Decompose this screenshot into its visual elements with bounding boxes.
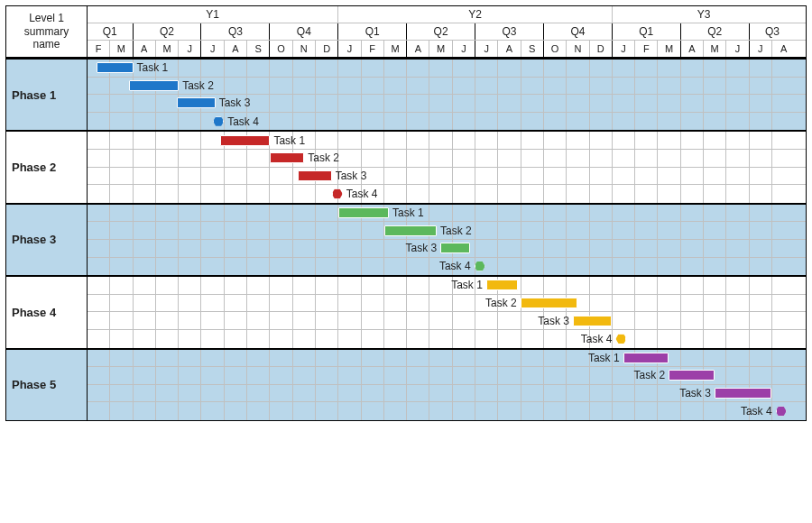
phase-body: Task 1Task 2Task 3Task 4 — [88, 203, 806, 275]
task-row: Task 2 — [88, 367, 806, 385]
month-header: A — [407, 41, 429, 57]
task-label: Task 1 — [137, 61, 169, 74]
task-bar: Task 1 — [97, 61, 168, 74]
task-label: Task 4 — [227, 115, 259, 128]
month-header: J — [179, 41, 201, 57]
milestone-icon — [332, 188, 343, 199]
month-header: F — [635, 41, 658, 57]
task-label: Task 2 — [182, 79, 214, 92]
milestone-icon — [776, 406, 787, 417]
quarter-header: Q2 — [407, 23, 475, 40]
task-label: Task 2 — [308, 151, 339, 164]
month-header: M — [156, 41, 179, 57]
month-header: J — [475, 41, 498, 57]
bar-fill — [270, 152, 304, 163]
year-header: Y3 — [613, 6, 795, 23]
milestone: Task 4 — [581, 333, 627, 345]
month-header: J — [453, 41, 475, 57]
month-header: O — [270, 41, 292, 57]
month-header-row: FMAMJJASONDJFMAMJJASONDJFMAMJJA — [88, 41, 806, 58]
task-bar: Task 3 — [679, 387, 771, 399]
month-header: S — [521, 41, 544, 57]
month-header: N — [293, 41, 316, 57]
task-row: Task 4 — [88, 330, 806, 348]
task-row: Task 1 — [88, 277, 806, 295]
quarter-header: Q3 — [201, 23, 270, 40]
phase-label: Phase 2 — [6, 130, 88, 202]
month-header: M — [704, 41, 726, 57]
task-bar: Task 2 — [634, 369, 715, 381]
phase-body: Task 1Task 2Task 3Task 4 — [88, 275, 806, 347]
bar-fill — [715, 388, 771, 399]
bar-fill — [97, 62, 133, 73]
task-label: Task 1 — [588, 352, 620, 364]
task-label: Task 2 — [485, 297, 517, 309]
month-header: F — [88, 41, 110, 57]
month-header: A — [681, 41, 704, 57]
bar-fill — [220, 135, 271, 146]
task-label: Task 4 — [581, 333, 613, 345]
month-header: D — [590, 41, 613, 57]
task-row: Task 2 — [88, 222, 806, 240]
month-header: M — [429, 41, 452, 57]
milestone: Task 4 — [332, 188, 378, 200]
month-header: A — [498, 41, 521, 57]
task-label: Task 1 — [451, 279, 483, 291]
task-bar: Task 2 — [384, 225, 472, 237]
task-label: Task 3 — [679, 387, 711, 399]
month-header: M — [110, 41, 133, 57]
bar-fill — [129, 80, 180, 91]
bar-fill — [623, 353, 669, 363]
month-header: F — [362, 41, 384, 57]
bar-fill — [440, 243, 470, 253]
quarter-header: Q1 — [613, 23, 681, 40]
month-header: J — [750, 41, 772, 57]
task-bar: Task 3 — [298, 170, 367, 182]
task-label: Task 1 — [273, 134, 305, 147]
month-header: O — [544, 41, 567, 57]
milestone: Task 4 — [213, 115, 259, 128]
task-bar: Task 1 — [338, 206, 423, 219]
bar-fill — [384, 225, 437, 236]
task-label: Task 2 — [440, 225, 472, 237]
month-header: J — [201, 41, 224, 57]
quarter-header: Q3 — [475, 23, 544, 40]
month-header: A — [225, 41, 247, 57]
quarter-header: Q2 — [134, 23, 202, 40]
quarter-header: Q4 — [270, 23, 338, 40]
task-row: Task 4 — [88, 258, 806, 276]
quarter-header: Q1 — [88, 23, 134, 40]
month-header: D — [316, 41, 338, 57]
task-row: Task 3 — [88, 95, 806, 113]
month-header: A — [772, 41, 795, 57]
task-row: Task 2 — [88, 78, 806, 96]
corner-header: Level 1 summary name — [6, 6, 88, 58]
year-header: Y1 — [88, 6, 338, 23]
phase-label: Phase 4 — [6, 275, 88, 347]
bar-fill — [573, 316, 612, 326]
task-label: Task 4 — [439, 260, 471, 272]
bar-fill — [521, 298, 577, 308]
task-row: Task 4 — [88, 113, 806, 131]
phase-label: Phase 3 — [6, 203, 88, 275]
phase-body: Task 1Task 2Task 3Task 4 — [88, 130, 806, 202]
task-row: Task 2 — [88, 295, 806, 313]
milestone-icon — [615, 334, 626, 344]
bar-fill — [338, 207, 389, 218]
task-label: Task 3 — [406, 242, 438, 254]
task-bar: Task 2 — [270, 151, 339, 164]
quarter-header: Q3 — [750, 23, 796, 40]
task-bar: Task 1 — [451, 279, 518, 291]
phase-body: Task 1Task 2Task 3Task 4 — [88, 348, 806, 420]
month-header: M — [658, 41, 680, 57]
task-label: Task 3 — [538, 315, 569, 327]
task-bar: Task 3 — [406, 242, 471, 254]
task-bar: Task 1 — [588, 352, 669, 364]
task-bar: Task 2 — [129, 79, 214, 92]
task-row: Task 1 — [88, 350, 806, 368]
task-row: Task 3 — [88, 385, 806, 403]
milestone: Task 4 — [741, 405, 787, 417]
task-bar: Task 3 — [538, 315, 612, 327]
task-label: Task 4 — [346, 188, 378, 200]
quarter-header: Q2 — [681, 23, 750, 40]
